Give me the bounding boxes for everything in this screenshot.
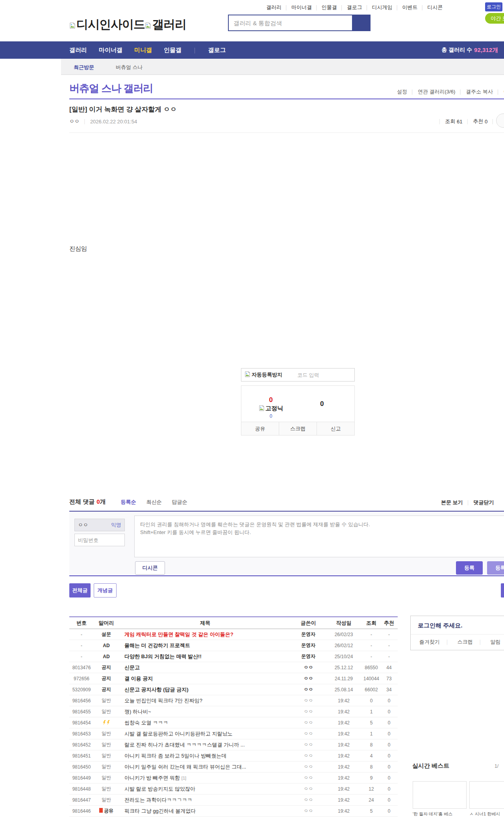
post-author[interactable]: ㅇㅇ	[69, 118, 80, 125]
post-author[interactable]: ㅇㅇ	[291, 708, 325, 715]
page-title[interactable]: 버츄얼 스나 갤러리	[69, 82, 153, 95]
captcha-input[interactable]	[297, 372, 354, 378]
login-box-link[interactable]: 스크랩	[458, 638, 482, 646]
post-date: 19:42	[325, 786, 362, 792]
post-title-link[interactable]: 신문고	[119, 664, 291, 671]
realtime-best-thumbnail[interactable]	[469, 781, 504, 809]
password-field[interactable]	[74, 534, 125, 546]
post-title-link[interactable]: 올해는 더 건강하기 프로젝트	[119, 642, 291, 649]
site-logo[interactable]: 디시인사이드 갤러리	[69, 17, 186, 33]
post-title-link[interactable]: 신문고 공지사항 (답글 금지)	[119, 686, 291, 693]
post-views: 0	[362, 698, 380, 704]
post-author[interactable]: ㅇㅇ	[291, 785, 325, 792]
post-author[interactable]: ㅇㅇ	[291, 763, 325, 770]
post-title-link[interactable]: 오늘 빈집인데 픽크타 7만 진짜임?	[119, 697, 291, 704]
search-button[interactable]	[353, 15, 371, 31]
nav-item[interactable]: 갤러리	[69, 47, 87, 54]
realtime-best-caption[interactable]: ㅅ 시너1 한베시	[469, 811, 504, 817]
gallery-utility-link[interactable]: 갤주소 복사	[466, 88, 504, 95]
night-mode-button[interactable]: 야간 모드	[485, 13, 504, 24]
upvote-area[interactable]: 0 고정닉 0	[249, 396, 293, 419]
realtime-best-pagination[interactable]: 1/	[495, 763, 498, 769]
post-author[interactable]: ㅇㅇ	[291, 719, 325, 726]
post-title-link[interactable]: 갤 이용 공지	[119, 675, 291, 682]
post-author[interactable]: 운영자	[291, 653, 325, 660]
nav-item[interactable]: 인물갤	[164, 47, 182, 54]
topbar-link[interactable]: 갤로그	[347, 4, 372, 11]
comment-submit-button[interactable]: 등록	[456, 561, 483, 575]
post-recommend: 0	[380, 720, 398, 726]
scroll-to-comment-button[interactable]	[496, 114, 504, 128]
broken-image-icon	[259, 405, 265, 412]
post-author[interactable]: ㅇㅇ	[291, 697, 325, 704]
comments-total-label: 전체 댓글	[69, 498, 94, 506]
comment-sort-option[interactable]: 최신순	[146, 499, 162, 506]
topbar-link[interactable]: 디시게임	[372, 4, 402, 11]
post-author[interactable]: ㅇㅇ	[291, 774, 325, 781]
login-box-link[interactable]: 즐겨찾기	[419, 638, 449, 646]
post-views: 140044	[362, 676, 380, 681]
login-button[interactable]: 로그인	[485, 2, 502, 11]
post-author[interactable]: 운영자	[291, 631, 325, 638]
breadcrumb-current[interactable]: 버츄얼 스나	[116, 64, 143, 71]
post-title-link[interactable]: 씹창숙 오열 ㅋㅋㅋ	[119, 719, 291, 726]
topbar-link[interactable]: 이벤트	[402, 4, 427, 11]
downvote-count[interactable]: 0	[320, 400, 354, 408]
post-action-button[interactable]: 공유	[241, 422, 279, 435]
comment-submit-secondary-button[interactable]: 등록	[487, 561, 504, 575]
gallery-utility-link[interactable]: 연관 갤러리(3/6)	[418, 88, 466, 95]
write-post-button[interactable]: 글쓰기	[501, 583, 504, 597]
post-author[interactable]: ㅇㅇ	[291, 741, 325, 748]
post-author[interactable]: 운영자	[291, 642, 325, 649]
tab-best-posts[interactable]: 개념글	[94, 583, 117, 597]
topbar-link[interactable]: 마이너갤	[291, 4, 322, 11]
post-action-button[interactable]: 스크랩	[279, 422, 317, 435]
recent-visit-link[interactable]: 최근방문	[74, 64, 94, 71]
page: 갤러리 마이너갤 인물갤 갤로그 디시게임 이벤트 디시콘 로그인 야간 모드 …	[0, 0, 504, 819]
post-title-link[interactable]: 아니키 픽크타 좀 보라고 5일이나 방빼줬는데	[119, 752, 291, 759]
post-action-bar: 공유 스크랩 신고	[241, 422, 355, 436]
post-action-button[interactable]: 신고	[317, 422, 354, 435]
post-author[interactable]: ㅇㅇ	[291, 730, 325, 737]
gallery-utility-link[interactable]: 설정	[397, 88, 418, 95]
login-box-link[interactable]: 알림	[490, 638, 500, 646]
post-title-link[interactable]: 게임 캐릭터로 만들면 찰떡일 것 같은 아이돌은?	[119, 631, 291, 638]
tab-all-posts[interactable]: 전체글	[69, 583, 91, 597]
comment-sort-option[interactable]: 등록순	[121, 499, 136, 506]
nav-item[interactable]: 갤로그	[193, 47, 226, 54]
comment-textarea[interactable]: 타인의 권리를 침해하거나 명예를 훼손하는 댓글은 운영원칙 및 관련 법률에…	[134, 516, 504, 557]
topbar-link[interactable]: 갤러리	[266, 4, 291, 11]
table-row: 9816452 일반 랄로 진짜 히나가 초대했네 ㅋㅋㅋㅋ스텔갤 가니까 ..…	[69, 739, 398, 750]
post-author[interactable]: ㅇㅇ	[291, 664, 325, 671]
post-title-link[interactable]: 전라도는 과학이다ㅋㅋㄱㅋㅋ	[119, 797, 291, 804]
nav-item[interactable]: 미니갤	[134, 47, 152, 54]
post-title-link[interactable]: 깽) 하나비~	[119, 708, 291, 715]
topbar-link[interactable]: 디시콘	[427, 4, 443, 11]
post-author[interactable]: ㅇㅇ	[291, 808, 325, 814]
post-title-link[interactable]: 시발 갤 랄로등판하고 아니키등판하고 지랄났노	[119, 730, 291, 737]
nav-item[interactable]: 마이너갤	[99, 47, 122, 54]
realtime-best-thumbnail[interactable]	[413, 781, 467, 809]
post-author[interactable]: ㅇㅇ	[291, 797, 325, 803]
close-comments-link[interactable]: 댓글닫기	[474, 499, 494, 506]
logo-text-left: 디시인사이드	[76, 17, 145, 33]
view-post-link[interactable]: 본문 보기	[441, 499, 463, 506]
post-author[interactable]: ㅇㅇ	[291, 675, 325, 682]
post-author[interactable]: ㅇㅇ	[291, 686, 325, 693]
recommend-count: 0	[485, 119, 487, 125]
realtime-best-caption[interactable]: '한 들자 데지'홈 베스	[413, 811, 467, 817]
dccon-button[interactable]: 디시콘	[135, 561, 165, 575]
post-title-link[interactable]: 아니키가 방 빼주면 뭐함[1]	[119, 774, 291, 782]
search-input[interactable]	[228, 15, 353, 31]
post-title-link[interactable]: 랄로 진짜 히나가 초대했네 ㅋㅋㅋㅋ스텔갤 가니까 ...	[119, 741, 291, 748]
post-title-link[interactable]: 시발 랄로 방송키지도 않았잖아	[119, 785, 291, 793]
post-title-link[interactable]: 다양한 BJ의 거침없는 매력 발산!!	[119, 653, 291, 660]
post-title-link[interactable]: 아니키 일주일 쉬러 갔는데 왜 픽크타 뷰어십은 그대...	[119, 763, 291, 771]
post-views: -	[362, 643, 380, 648]
topbar-link[interactable]: 인물갤	[322, 4, 347, 11]
comment-sort-option[interactable]: 답글순	[172, 499, 187, 506]
post-category: 공지	[94, 675, 119, 682]
nickname-field[interactable]: ㅇㅇ 익명	[74, 519, 125, 531]
post-author[interactable]: ㅇㅇ	[291, 752, 325, 759]
post-title-link[interactable]: 픽크타 그냥 gg긴하네 볼게없다	[119, 808, 291, 815]
